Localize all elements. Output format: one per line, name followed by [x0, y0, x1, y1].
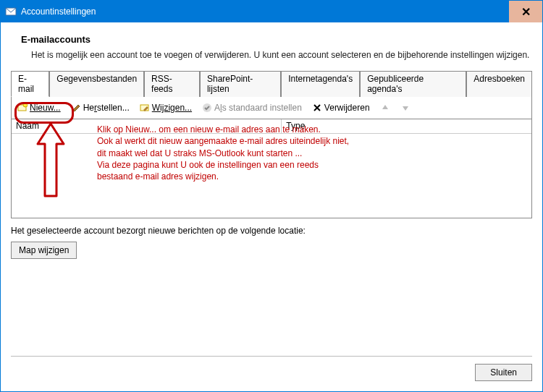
change-folder-button[interactable]: Map wijzigen	[11, 242, 77, 259]
new-label: Nieuw...	[30, 103, 61, 113]
account-list[interactable]: Naam Type Klik op Nieuw... om een nieuw …	[11, 119, 532, 218]
annotation-line-4: Via deze pagina kunt U ook de instelling…	[97, 159, 523, 171]
new-icon	[17, 103, 28, 113]
tab-email[interactable]: E-mail	[11, 71, 49, 97]
repair-button[interactable]: Herstellen...	[70, 101, 131, 114]
arrow-up-icon	[380, 103, 390, 113]
arrow-up-annotation-icon	[36, 124, 65, 205]
titlebar: Accountinstellingen ✕	[1, 1, 542, 22]
remove-button[interactable]: Verwijderen	[311, 101, 371, 114]
tab-published-calendars[interactable]: Gepubliceerde agenda's	[360, 71, 466, 97]
repair-icon	[71, 103, 81, 113]
close-dialog-button[interactable]: Sluiten	[475, 364, 532, 381]
change-button[interactable]: Wijzigen...	[138, 101, 193, 114]
section-description: Het is mogelijk een account toe te voege…	[31, 49, 532, 61]
dialog-footer: Sluiten	[11, 356, 532, 381]
remove-icon	[312, 103, 322, 113]
tab-row: E-mail Gegevensbestanden RSS-feeds Share…	[11, 71, 532, 97]
svg-point-2	[23, 103, 28, 107]
column-type[interactable]: Type	[282, 119, 531, 133]
tab-sharepoint[interactable]: SharePoint-lijsten	[200, 71, 281, 97]
list-header: Naam Type	[12, 119, 531, 134]
annotation-line-2: Ook al werkt dit nieuw aangemaakte e-mai…	[97, 135, 523, 147]
move-down-button[interactable]	[399, 101, 412, 114]
set-default-label: Als standaard instellen	[214, 103, 302, 113]
change-label: Wijzigen...	[152, 103, 192, 113]
new-button[interactable]: Nieuw...	[16, 101, 62, 114]
account-settings-window: Accountinstellingen ✕ E-mailaccounts Het…	[0, 0, 543, 392]
set-default-button[interactable]: Als standaard instellen	[201, 101, 303, 114]
repair-label: Herstellen...	[83, 103, 130, 113]
tab-internet-calendars[interactable]: Internetagenda's	[281, 71, 360, 97]
delivery-location-section: Het geselecteerde account bezorgt nieuwe…	[11, 226, 532, 259]
checkmark-icon	[202, 103, 212, 113]
section-title: E-mailaccounts	[21, 34, 532, 45]
arrow-down-icon	[400, 103, 411, 113]
move-up-button[interactable]	[379, 101, 392, 114]
delivery-location-label: Het geselecteerde account bezorgt nieuwe…	[11, 226, 532, 236]
annotation-line-3: dit maakt wel dat U straks MS-Outlook ku…	[97, 148, 523, 159]
change-icon	[140, 103, 150, 113]
dialog-body: E-mailaccounts Het is mogelijk een accou…	[1, 22, 542, 391]
column-name[interactable]: Naam	[12, 119, 282, 133]
remove-label: Verwijderen	[324, 103, 370, 113]
tab-addressbooks[interactable]: Adresboeken	[466, 71, 532, 97]
toolbar: Nieuw... Herstellen... Wijzigen... Als s…	[11, 97, 532, 119]
annotation-overlay: Klik op Nieuw... om een nieuw e-mail adr…	[12, 119, 531, 218]
window-title: Accountinstellingen	[21, 7, 509, 17]
tab-rss[interactable]: RSS-feeds	[144, 71, 200, 97]
app-icon	[5, 6, 17, 17]
tab-datafiles[interactable]: Gegevensbestanden	[49, 71, 144, 97]
annotation-line-5: bestaand e-mail adres wijzigen.	[97, 171, 523, 182]
close-button[interactable]: ✕	[509, 1, 542, 22]
